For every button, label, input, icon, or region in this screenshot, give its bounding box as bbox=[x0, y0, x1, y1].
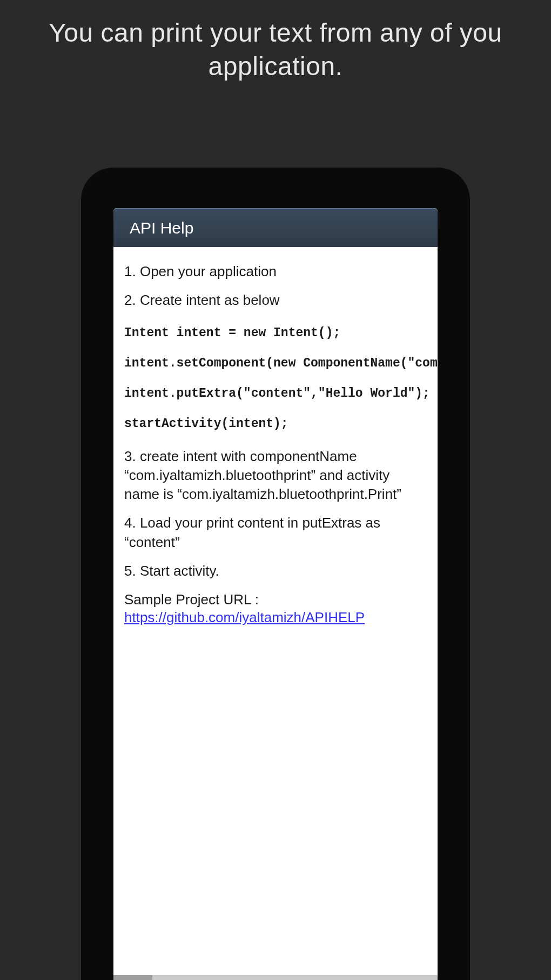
step-1: 1. Open your application bbox=[124, 262, 427, 281]
sample-url-label: Sample Project URL : bbox=[124, 591, 427, 608]
step-3: 3. create intent with componentName “com… bbox=[124, 447, 427, 504]
scrollbar-thumb[interactable] bbox=[113, 975, 152, 980]
dialog-title: API Help bbox=[113, 208, 438, 247]
step-2: 2. Create intent as below bbox=[124, 291, 427, 310]
sample-url-link[interactable]: https://github.com/iyaltamizh/APIHELP bbox=[124, 609, 365, 625]
code-line-1: Intent intent = new Intent(); bbox=[124, 326, 427, 340]
code-line-2: intent.setComponent(new ComponentName("c… bbox=[124, 356, 427, 370]
code-line-3: intent.putExtra("content","Hello World")… bbox=[124, 386, 427, 401]
code-line-4: startActivity(intent); bbox=[124, 417, 427, 431]
promo-heading: You can print your text from any of you … bbox=[0, 0, 551, 84]
horizontal-scrollbar[interactable] bbox=[113, 975, 438, 980]
dialog-content[interactable]: 1. Open your application 2. Create inten… bbox=[113, 247, 438, 980]
step-5: 5. Start activity. bbox=[124, 562, 427, 581]
step-4: 4. Load your print content in putExtras … bbox=[124, 514, 427, 551]
phone-screen: API Help 1. Open your application 2. Cre… bbox=[113, 208, 438, 980]
phone-frame: API Help 1. Open your application 2. Cre… bbox=[81, 168, 470, 980]
